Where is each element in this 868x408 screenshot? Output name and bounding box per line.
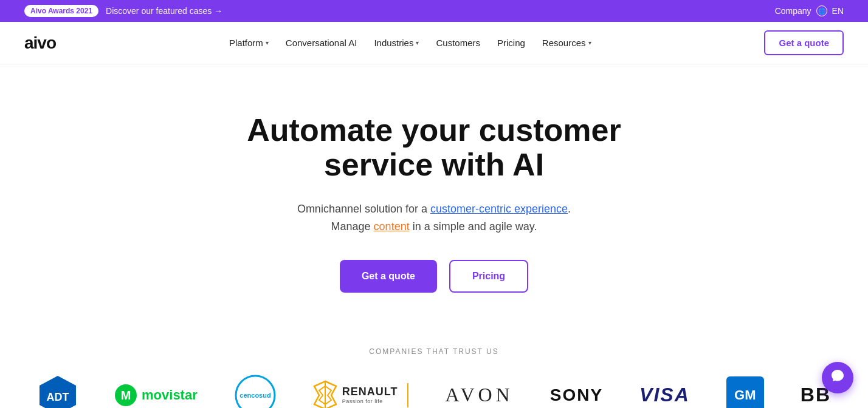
nav-links: Platform ▾ Conversational AI Industries … <box>229 38 591 48</box>
trusted-label: COMPANIES THAT TRUST US <box>24 347 844 356</box>
list-item: AVON <box>427 384 531 406</box>
gm-logo: GM <box>726 376 764 408</box>
list-item: SONY <box>532 386 621 405</box>
navbar: aivo Platform ▾ Conversational AI Indust… <box>0 22 868 64</box>
visa-logo: VISA <box>639 384 690 406</box>
chat-bubble-button[interactable] <box>822 362 853 393</box>
logos-row: ADT M movistar cencosud <box>24 374 844 408</box>
banner-right: Company 🌐 EN <box>775 5 844 16</box>
company-label[interactable]: Company <box>775 6 811 16</box>
renault-logo: RENAULT Passion for life <box>313 380 409 408</box>
nav-item-pricing[interactable]: Pricing <box>497 38 525 48</box>
nav-item-platform[interactable]: Platform ▾ <box>229 38 269 48</box>
banner-left: Aivo Awards 2021 Discover our featured c… <box>24 5 222 17</box>
nav-link-conversational[interactable]: Conversational AI <box>286 38 357 48</box>
globe-icon: 🌐 <box>816 5 827 16</box>
chevron-down-icon: ▾ <box>416 39 419 46</box>
top-banner: Aivo Awards 2021 Discover our featured c… <box>0 0 868 22</box>
list-item: RENAULT Passion for life <box>295 380 427 408</box>
nav-item-conversational[interactable]: Conversational AI <box>286 38 357 48</box>
nav-link-platform[interactable]: Platform ▾ <box>229 38 269 48</box>
hero-subtext: Omnichannel solution for a customer-cent… <box>12 200 856 236</box>
list-item: GM <box>708 376 782 408</box>
hero-pricing-button[interactable]: Pricing <box>449 260 528 293</box>
adt-logo: ADT <box>37 375 78 408</box>
chevron-down-icon: ▾ <box>588 39 591 46</box>
list-item: M movistar <box>97 384 216 406</box>
chat-icon <box>830 369 845 387</box>
hero-headline: Automate your customer service with AI <box>191 113 677 182</box>
list-item: VISA <box>621 384 708 406</box>
awards-badge[interactable]: Aivo Awards 2021 <box>24 5 98 17</box>
nav-item-resources[interactable]: Resources ▾ <box>542 38 591 48</box>
chevron-down-icon: ▾ <box>266 39 269 46</box>
list-item: ADT <box>24 375 97 408</box>
nav-link-resources[interactable]: Resources ▾ <box>542 38 591 48</box>
logo[interactable]: aivo <box>24 33 56 53</box>
nav-item-industries[interactable]: Industries ▾ <box>374 38 419 48</box>
movistar-logo: M movistar <box>115 384 198 406</box>
svg-text:cencosud: cencosud <box>239 392 270 399</box>
hero-subtext-line1: Omnichannel solution for a customer-cent… <box>297 203 571 215</box>
banner-link[interactable]: Discover our featured cases → <box>106 6 222 16</box>
svg-text:ADT: ADT <box>47 391 69 403</box>
renault-divider <box>407 383 408 407</box>
hero-subtext-line2: Manage content in a simple and agile way… <box>331 220 537 233</box>
nav-link-industries[interactable]: Industries ▾ <box>374 38 419 48</box>
trusted-section: COMPANIES THAT TRUST US ADT M movistar <box>0 323 868 408</box>
hero-buttons: Get a quote Pricing <box>12 260 856 293</box>
svg-text:M: M <box>121 389 131 402</box>
hero-get-quote-button[interactable]: Get a quote <box>340 260 437 293</box>
cencosud-logo: cencosud <box>234 374 277 408</box>
avon-logo: AVON <box>445 384 513 406</box>
language-selector[interactable]: EN <box>832 6 844 16</box>
nav-get-quote-button[interactable]: Get a quote <box>764 30 844 55</box>
nav-link-customers[interactable]: Customers <box>436 38 480 48</box>
nav-link-pricing[interactable]: Pricing <box>497 38 525 48</box>
sony-logo: SONY <box>550 386 603 405</box>
hero-section: Automate your customer service with AI O… <box>0 64 868 323</box>
list-item: cencosud <box>216 374 295 408</box>
nav-item-customers[interactable]: Customers <box>436 38 480 48</box>
